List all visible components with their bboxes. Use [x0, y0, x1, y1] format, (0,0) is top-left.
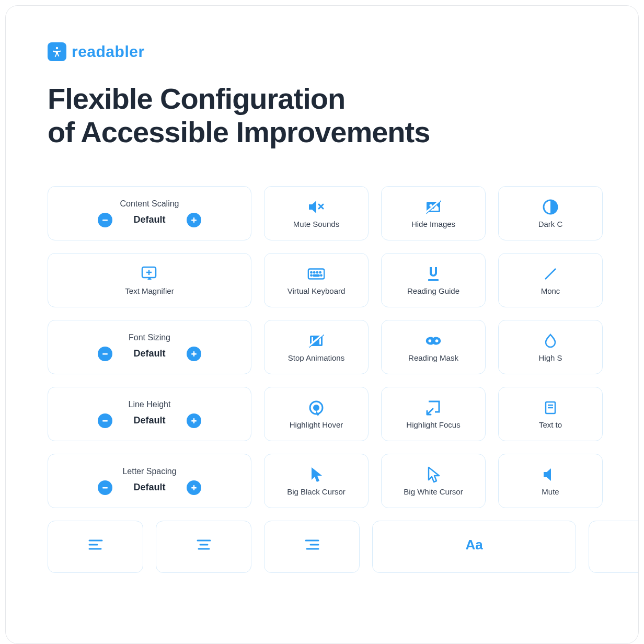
brand-name: readabler — [72, 43, 145, 61]
mute-tile[interactable]: Mute — [498, 454, 603, 508]
stepper-label: Font Sizing — [129, 333, 170, 342]
stepper-value: Default — [133, 415, 165, 426]
tile-label: High S — [538, 353, 562, 362]
stepper-value: Default — [133, 214, 165, 225]
align-right-icon — [303, 536, 321, 555]
highlight-focus-tile[interactable]: Highlight Focus — [381, 387, 486, 441]
keyboard-icon — [307, 264, 326, 283]
svg-point-5 — [430, 204, 432, 207]
mute-sounds-tile[interactable]: Mute Sounds — [264, 186, 369, 240]
config-panel: readabler Flexible Configuration of Acce… — [5, 5, 639, 644]
tile-label: Mute Sounds — [293, 220, 339, 228]
high-saturation-tile[interactable]: High S — [498, 320, 603, 374]
text-to-tile[interactable]: Text to — [498, 387, 603, 441]
mute-icon — [307, 198, 326, 216]
options-grid: Content Scaling Default Mute Sounds Hide… — [48, 186, 638, 575]
text-to-speech-icon — [541, 398, 560, 417]
reading-mask-tile[interactable]: Reading Mask — [381, 320, 486, 374]
magnifier-icon — [140, 264, 159, 283]
aa-tile-2[interactable]: Aa — [589, 521, 639, 573]
tile-label: Virtual Keyboard — [288, 286, 346, 295]
decrease-button[interactable] — [98, 480, 112, 495]
svg-rect-20 — [428, 279, 439, 281]
svg-rect-39 — [102, 487, 108, 488]
align-center-icon — [194, 536, 213, 555]
svg-rect-21 — [102, 353, 108, 354]
svg-point-30 — [435, 339, 439, 342]
line-height-stepper: Line Height Default — [48, 387, 251, 441]
highlight-hover-icon — [307, 398, 326, 417]
tile-label: Monc — [541, 286, 560, 295]
letter-spacing-stepper: Letter Spacing Default — [48, 454, 251, 508]
hide-images-tile[interactable]: Hide Images — [381, 186, 486, 240]
svg-point-29 — [429, 339, 432, 342]
svg-rect-33 — [193, 418, 194, 423]
big-black-cursor-tile[interactable]: Big Black Cursor — [264, 454, 369, 508]
text-magnifier-tile[interactable]: Text Magnifier — [48, 253, 251, 307]
increase-button[interactable] — [187, 413, 201, 428]
align-center-tile[interactable] — [156, 521, 251, 573]
tile-label: Highlight Focus — [406, 420, 460, 429]
tile-label: Mute — [542, 487, 559, 496]
dark-tile[interactable]: Dark C — [498, 186, 603, 240]
svg-rect-3 — [193, 217, 194, 223]
font-sizing-stepper: Font Sizing Default — [48, 320, 251, 374]
decrease-button[interactable] — [98, 413, 112, 428]
content-scaling-stepper: Content Scaling Default — [48, 186, 251, 240]
tile-label: Text Magnifier — [125, 286, 174, 295]
tile-label: Reading Guide — [407, 286, 459, 295]
reading-guide-tile[interactable]: Reading Guide — [381, 253, 486, 307]
increase-button[interactable] — [187, 347, 201, 361]
page-title: Flexible Configuration of Accessible Imp… — [48, 82, 638, 150]
stepper-value: Default — [133, 348, 165, 359]
svg-point-14 — [314, 272, 315, 273]
svg-point-16 — [319, 272, 320, 273]
big-white-cursor-tile[interactable]: Big White Cursor — [381, 454, 486, 508]
mask-icon — [424, 331, 443, 350]
cursor-filled-icon — [307, 465, 326, 484]
stop-animations-icon — [307, 331, 326, 350]
high-saturation-icon — [541, 331, 560, 350]
stepper-label: Line Height — [129, 400, 171, 409]
align-left-tile[interactable] — [48, 521, 143, 573]
tile-label: Hide Images — [411, 220, 455, 228]
increase-button[interactable] — [187, 213, 201, 227]
svg-point-19 — [320, 275, 321, 276]
stepper-value: Default — [133, 482, 165, 493]
svg-rect-18 — [313, 275, 319, 276]
virtual-keyboard-tile[interactable]: Virtual Keyboard — [264, 253, 369, 307]
svg-rect-41 — [193, 485, 194, 490]
svg-rect-1 — [102, 220, 108, 221]
align-right-tile[interactable] — [264, 521, 360, 573]
stop-animations-tile[interactable]: Stop Animations — [264, 320, 369, 374]
svg-rect-12 — [308, 269, 324, 279]
decrease-button[interactable] — [98, 213, 112, 227]
hide-images-icon — [424, 198, 443, 216]
svg-point-13 — [310, 272, 312, 273]
tile-label: Highlight Hover — [290, 420, 343, 429]
align-left-icon — [86, 536, 105, 555]
font-icon: Aa — [465, 536, 484, 555]
underline-icon — [424, 264, 443, 283]
increase-button[interactable] — [187, 480, 201, 495]
aa-tile-1[interactable]: Aa — [372, 521, 576, 573]
mute-alt-icon — [541, 465, 560, 484]
svg-point-35 — [313, 405, 319, 411]
highlight-hover-tile[interactable]: Highlight Hover — [264, 387, 369, 441]
dark-contrast-icon — [541, 198, 560, 216]
tile-label: Big White Cursor — [404, 487, 463, 496]
monochrome-icon — [541, 264, 560, 283]
accessibility-icon — [48, 42, 66, 61]
tile-label: Reading Mask — [408, 353, 458, 362]
svg-point-15 — [317, 272, 318, 273]
svg-point-0 — [56, 47, 58, 49]
decrease-button[interactable] — [98, 347, 112, 361]
tile-label: Stop Animations — [288, 353, 344, 362]
cursor-outline-icon — [424, 465, 443, 484]
brand: readabler — [48, 42, 638, 61]
mono-tile[interactable]: Monc — [498, 253, 603, 307]
highlight-focus-icon — [424, 398, 443, 417]
svg-rect-31 — [102, 420, 108, 421]
svg-point-17 — [310, 275, 312, 276]
tile-label: Dark C — [538, 220, 563, 228]
